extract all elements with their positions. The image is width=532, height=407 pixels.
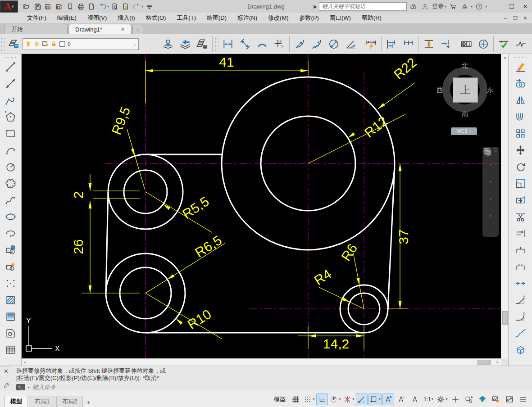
layout-tab-2[interactable]: 布局2 (56, 396, 83, 407)
annotation-visibility-toggle[interactable] (382, 393, 394, 405)
move-button[interactable] (512, 142, 528, 158)
workspace-gear-toggle[interactable]: ▾ (436, 393, 448, 405)
dim-quick-button[interactable] (363, 36, 380, 53)
save-all-icon[interactable] (54, 1, 64, 11)
a360-chevron-icon[interactable]: ▾ (471, 5, 473, 9)
scroll-right-icon[interactable]: > (494, 359, 501, 366)
dim-space-button[interactable] (420, 36, 437, 53)
polar-chevron-icon[interactable]: ▾ (339, 397, 341, 401)
command-input-row[interactable]: >_ ▾ 键入命令 (16, 383, 56, 391)
offset-button[interactable] (512, 109, 528, 125)
search-binoculars-icon[interactable] (409, 1, 418, 11)
draw-toolbar-grip[interactable] (4, 55, 18, 58)
insert-block-button[interactable] (3, 242, 19, 258)
menu-item-9[interactable]: 参数(P) (294, 13, 324, 23)
vi ewcube-south[interactable]: 南 (462, 110, 468, 118)
dim-tolerance-button[interactable]: .1 (458, 36, 475, 53)
extend-button[interactable] (512, 225, 528, 242)
save-as-icon[interactable] (43, 1, 53, 11)
new-tab-button[interactable]: + (132, 25, 143, 34)
model-space-canvas[interactable]: 41R22R12R9,5226R5,5R6,5R1037R6R414,2 Y X… (22, 54, 501, 358)
file-tab-1[interactable]: Drawing1*✕ (68, 24, 132, 34)
dim-continue-button[interactable] (400, 36, 417, 53)
clean-screen-toggle[interactable] (503, 393, 516, 405)
erase-button[interactable] (512, 59, 528, 75)
app-store-cart-icon[interactable] (448, 1, 458, 11)
polyline-button[interactable] (3, 92, 19, 109)
dim-jogged-radius-button[interactable] (308, 36, 325, 53)
menu-item-6[interactable]: 绘图(D) (201, 13, 232, 23)
snap-chevron-icon[interactable]: ▾ (313, 397, 314, 401)
viewcube-top-face[interactable]: 上 (453, 77, 478, 103)
copy-button[interactable] (512, 75, 528, 92)
line-button[interactable] (3, 59, 19, 75)
table-button[interactable] (3, 342, 19, 358)
construction-line-button[interactable] (3, 75, 19, 92)
orbit-icon[interactable] (484, 201, 497, 214)
dim-radius-button[interactable] (291, 36, 308, 53)
wcs-button[interactable]: WCS▾ (451, 127, 477, 135)
layer-previous-button[interactable] (177, 36, 194, 53)
save-icon[interactable] (32, 1, 42, 11)
annotation-scale-toggle[interactable] (409, 393, 421, 405)
menu-item-4[interactable]: 格式(O) (141, 13, 172, 23)
layout-tab-0[interactable]: 模型 (5, 396, 28, 407)
join-button[interactable] (512, 275, 528, 292)
break-button[interactable] (512, 258, 528, 275)
markup-icon[interactable] (121, 1, 131, 11)
make-block-button[interactable] (3, 258, 19, 275)
vertical-scroll-thumb[interactable] (502, 311, 508, 325)
minimize-button[interactable]: – (491, 1, 505, 12)
mirror-button[interactable] (512, 92, 528, 109)
redo-icon[interactable] (132, 1, 141, 11)
otrack-toggle[interactable] (356, 393, 368, 405)
hatch-button[interactable] (3, 292, 19, 308)
fillet-button[interactable] (512, 308, 528, 325)
layer-properties-button[interactable] (5, 36, 23, 53)
menu-item-2[interactable]: 视图(V) (82, 13, 112, 23)
dim-linear-button[interactable] (219, 36, 236, 53)
scroll-up-icon[interactable]: ∧ (501, 54, 509, 61)
help-chevron-icon[interactable]: ▾ (485, 5, 487, 9)
model-space-button[interactable]: 模型 (271, 395, 288, 403)
menu-item-8[interactable]: 修改(M) (263, 13, 294, 23)
workspace-gear-chevron-icon[interactable]: ▾ (446, 397, 447, 401)
gradient-button[interactable] (3, 308, 19, 325)
zoom-icon[interactable] (484, 184, 497, 197)
annotation-monitor-plus-toggle[interactable] (449, 393, 462, 405)
isodraft-toggle[interactable]: ▾ (342, 393, 355, 405)
viewcube-east[interactable]: 东 (487, 86, 494, 95)
new-icon[interactable] (86, 1, 96, 11)
layers-toolbar-grip[interactable] (1, 36, 5, 52)
arc-button[interactable] (3, 142, 19, 158)
horizontal-scrollbar[interactable]: < > (22, 358, 501, 366)
user-icon[interactable] (420, 1, 430, 11)
search-collapse-icon[interactable]: ▶ (314, 4, 317, 9)
array-button[interactable] (512, 125, 528, 142)
menu-item-3[interactable]: 插入(I) (112, 13, 140, 23)
isolate-objects-toggle[interactable] (463, 393, 475, 405)
mobile-upload-icon[interactable] (65, 1, 75, 11)
dim-aligned-button[interactable] (236, 36, 254, 53)
isodraft-chevron-icon[interactable]: ▾ (352, 397, 354, 401)
preview-icon[interactable] (110, 1, 120, 11)
layer-dropdown-chevron-icon[interactable]: ⌄ (133, 42, 136, 46)
open-icon[interactable] (22, 1, 32, 11)
dim-inspect-button[interactable] (495, 36, 512, 53)
stretch-button[interactable] (512, 192, 528, 208)
undo-icon[interactable] (97, 1, 107, 11)
app-logo-button[interactable]: A▾ (0, 0, 18, 13)
polygon-button[interactable] (3, 109, 19, 125)
redo-chevron-icon[interactable]: ▾ (141, 5, 143, 9)
vertical-scrollbar[interactable]: ∧ (501, 54, 508, 358)
rectangle-button[interactable] (3, 125, 19, 142)
close-button[interactable]: ✕ (518, 1, 532, 12)
make-object-layer-current-button[interactable] (159, 36, 177, 53)
command-input[interactable]: 键入命令 (32, 383, 56, 391)
menu-item-11[interactable]: 帮助(H) (356, 13, 387, 23)
break-at-point-button[interactable] (512, 242, 528, 258)
signin-chevron-icon[interactable]: ▾ (445, 5, 446, 9)
print-icon[interactable] (76, 1, 86, 11)
dim-jogged-linear-button[interactable] (512, 36, 529, 53)
explode-button[interactable] (512, 342, 528, 358)
